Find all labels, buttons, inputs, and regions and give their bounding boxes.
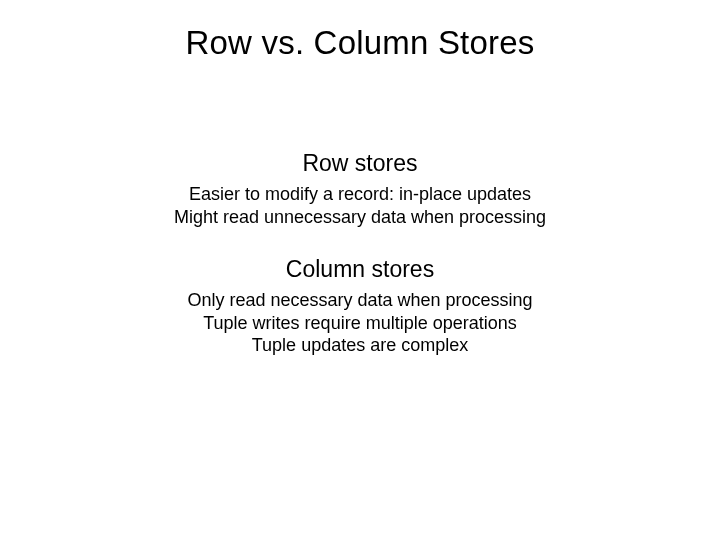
slide-title: Row vs. Column Stores xyxy=(0,0,720,62)
column-stores-line: Only read necessary data when processing xyxy=(0,289,720,312)
column-stores-block: Column stores Only read necessary data w… xyxy=(0,256,720,357)
column-stores-heading: Column stores xyxy=(0,256,720,283)
row-stores-block: Row stores Easier to modify a record: in… xyxy=(0,150,720,228)
row-stores-line: Easier to modify a record: in-place upda… xyxy=(0,183,720,206)
column-stores-line: Tuple writes require multiple operations xyxy=(0,312,720,335)
slide: Row vs. Column Stores Row stores Easier … xyxy=(0,0,720,540)
column-stores-line: Tuple updates are complex xyxy=(0,334,720,357)
row-stores-heading: Row stores xyxy=(0,150,720,177)
row-stores-line: Might read unnecessary data when process… xyxy=(0,206,720,229)
